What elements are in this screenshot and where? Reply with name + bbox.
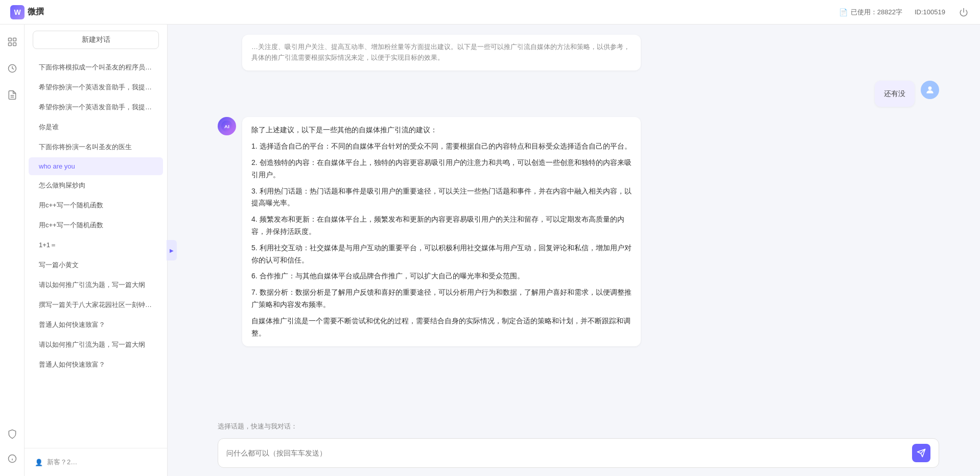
sidebar-bottom-new-user[interactable]: 👤 新客？2… (25, 453, 167, 472)
ai-para-4: 4. 频繁发布和更新：在自媒体平台上，频繁发布和更新的内容更容易吸引用户的关注和… (251, 213, 632, 238)
ai-para-8: 自媒体推广引流是一个需要不断尝试和优化的过程，需要结合自身的实际情况，制定合适的… (251, 315, 632, 340)
sidebar-item-11[interactable]: 请以如何推广引流为题，写一篇大纲 (29, 275, 163, 295)
sidebar-item-6[interactable]: 怎么做狗屎炒肉 (29, 176, 163, 195)
ai-para-5: 5. 利用社交互动：社交媒体是与用户互动的重要平台，可以积极利用社交媒体与用户互… (251, 242, 632, 267)
sidebar-item-10[interactable]: 写一篇小黄文 (29, 255, 163, 275)
sidebar-item-8[interactable]: 用c++写一个随机函数 (29, 216, 163, 235)
sidebar-item-9[interactable]: 1+1＝ (29, 235, 163, 255)
sidebar-bottom: 👤 新客？2… (25, 448, 167, 476)
user-id: ID:100519 (915, 8, 945, 16)
ai-para-2: 2. 创造独特的内容：在自媒体平台上，独特的内容更容易吸引用户的注意力和共鸣，可… (251, 157, 632, 181)
usage-info: 📄 已使用：28822字 (839, 8, 902, 17)
icon-bar (0, 25, 25, 476)
user-message-bubble: 还有没 (875, 81, 915, 107)
message-row-truncated: …关注度、吸引用户关注、提高互动率、增加粉丝量等方面提出建议。以下是一些可以推广… (218, 35, 939, 70)
document-icon: 📄 (839, 8, 848, 16)
svg-point-11 (928, 86, 932, 90)
ai-para-6: 6. 合作推广：与其他自媒体平台或品牌合作推广，可以扩大自己的曝光率和受众范围。 (251, 270, 632, 282)
svg-rect-1 (8, 38, 11, 41)
ai-para-7: 7. 数据分析：数据分析是了解用户反馈和喜好的重要途径，可以分析用户行为和数据，… (251, 287, 632, 311)
quick-topics: 选择话题，快速与我对话： (177, 416, 980, 434)
chat-messages: …关注度、吸引用户关注、提高互动率、增加粉丝量等方面提出建议。以下是一些可以推广… (177, 25, 980, 416)
message-row-ai: AI 除了上述建议，以下是一些其他的自媒体推广引流的建议： 1. 选择适合自己的… (218, 117, 939, 346)
ai-para-0: 除了上述建议，以下是一些其他的自媒体推广引流的建议： (251, 124, 632, 136)
sidebar-item-5[interactable]: who are you (29, 157, 163, 175)
home-icon[interactable] (3, 33, 21, 51)
quick-topics-label: 选择话题，快速与我对话： (218, 422, 297, 430)
sidebar: 新建对话 下面你将模拟成一个叫圣友的程序员，我说… 希望你扮演一个英语发音助手，… (25, 25, 168, 476)
power-button[interactable] (958, 6, 970, 18)
new-user-label: 新客？2… (47, 458, 77, 467)
svg-text:AI: AI (224, 124, 229, 129)
user-avatar (921, 81, 939, 99)
sidebar-item-15[interactable]: 普通人如何快速致富？ (29, 355, 163, 374)
logo-icon: W (10, 5, 25, 19)
shield-icon[interactable] (3, 425, 21, 443)
sidebar-item-2[interactable]: 希望你扮演一个英语发音助手，我提供给你… (29, 98, 163, 117)
note-icon[interactable] (3, 86, 21, 104)
sidebar-item-4[interactable]: 下面你将扮演一名叫圣友的医生 (29, 137, 163, 157)
sidebar-item-13[interactable]: 普通人如何快速致富？ (29, 315, 163, 335)
app-title: 微撰 (28, 7, 44, 17)
truncated-message-bubble: …关注度、吸引用户关注、提高互动率、增加粉丝量等方面提出建议。以下是一些可以推广… (242, 35, 641, 70)
topbar-right: 📄 已使用：28822字 ID:100519 (839, 6, 970, 18)
chat-area: …关注度、吸引用户关注、提高互动率、增加粉丝量等方面提出建议。以下是一些可以推广… (177, 25, 980, 476)
sidebar-list: 下面你将模拟成一个叫圣友的程序员，我说… 希望你扮演一个英语发音助手，我提供给你… (25, 55, 167, 448)
new-conversation-button[interactable]: 新建对话 (33, 31, 159, 49)
sidebar-item-7[interactable]: 用c++写一个随机函数 (29, 196, 163, 215)
user-small-icon: 👤 (35, 459, 43, 466)
sidebar-item-0[interactable]: 下面你将模拟成一个叫圣友的程序员，我说… (29, 58, 163, 77)
send-button[interactable] (912, 444, 930, 462)
chat-input-wrapper (218, 438, 939, 468)
clock-icon[interactable] (3, 59, 21, 78)
sidebar-item-1[interactable]: 希望你扮演一个英语发音助手，我提供给你… (29, 78, 163, 97)
ai-message-bubble: 除了上述建议，以下是一些其他的自媒体推广引流的建议： 1. 选择适合自己的平台：… (242, 117, 641, 346)
svg-rect-3 (8, 43, 11, 46)
chat-input[interactable] (226, 449, 907, 457)
topbar: W 微撰 📄 已使用：28822字 ID:100519 (0, 0, 980, 25)
sidebar-item-3[interactable]: 你是谁 (29, 117, 163, 137)
sidebar-item-14[interactable]: 请以如何推广引流为题，写一篇大纲 (29, 335, 163, 354)
logo: W 微撰 (10, 5, 44, 19)
info-icon[interactable] (3, 449, 21, 468)
icon-bar-bottom (3, 425, 21, 468)
usage-text: 已使用：28822字 (851, 8, 902, 17)
svg-rect-2 (13, 38, 16, 41)
svg-rect-4 (13, 43, 16, 46)
sidebar-collapse-button[interactable]: ▶ (167, 240, 177, 260)
ai-para-1: 1. 选择适合自己的平台：不同的自媒体平台针对的受众不同，需要根据自己的内容特点… (251, 140, 632, 153)
message-row-user: 还有没 (218, 81, 939, 107)
ai-avatar: AI (218, 117, 236, 135)
user-message-text: 还有没 (884, 89, 905, 98)
sidebar-item-12[interactable]: 撰写一篇关于八大家花园社区一刻钟便民生… (29, 295, 163, 315)
chat-input-area (177, 434, 980, 476)
main-layout: 新建对话 下面你将模拟成一个叫圣友的程序员，我说… 希望你扮演一个英语发音助手，… (0, 25, 980, 476)
ai-para-3: 3. 利用热门话题：热门话题和事件是吸引用户的重要途径，可以关注一些热门话题和事… (251, 185, 632, 210)
